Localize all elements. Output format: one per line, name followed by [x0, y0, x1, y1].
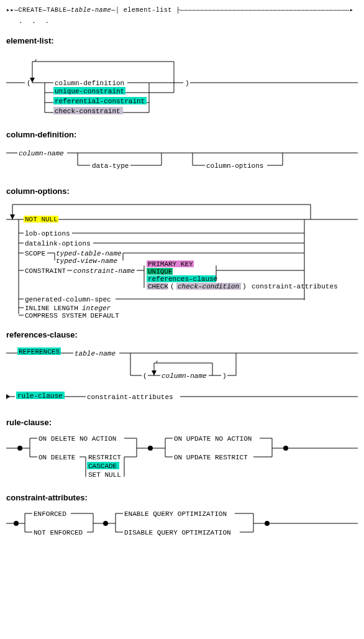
- svg-marker-93: [6, 394, 10, 399]
- svg-text:referential-constraint: referential-constraint: [55, 98, 145, 105]
- diagram-column-definition: column-name data-type column-options: [6, 144, 358, 175]
- svg-text:PRIMARY KEY: PRIMARY KEY: [148, 260, 193, 268]
- svg-text:COMPRESS SYSTEM DEFAULT: COMPRESS SYSTEM DEFAULT: [25, 312, 119, 319]
- svg-text:column-options: column-options: [206, 162, 263, 170]
- svg-marker-31: [10, 214, 15, 219]
- section-rule-clause: rule-clause:: [6, 418, 358, 427]
- section-references-clause: references-clause:: [6, 330, 358, 339]
- svg-text:): ): [185, 80, 189, 87]
- svg-text:data-type: data-type: [92, 162, 129, 170]
- svg-text:ON DELETE: ON DELETE: [39, 454, 76, 461]
- svg-text:): ): [222, 372, 227, 380]
- svg-text:constraint-attributes: constraint-attributes: [87, 393, 173, 401]
- svg-point-111: [148, 446, 153, 451]
- svg-text:integer: integer: [82, 305, 111, 312]
- svg-text:typed-table-name: typed-table-name: [56, 250, 122, 257]
- svg-text:NOT ENFORCED: NOT ENFORCED: [34, 529, 83, 536]
- svg-text:,: ,: [34, 55, 39, 62]
- diagram-column-options: NOT NULL lob-options datalink-options SC…: [6, 201, 358, 319]
- section-column-definition: column-definition:: [6, 130, 358, 139]
- svg-text:(: (: [143, 372, 147, 380]
- svg-marker-87: [152, 370, 157, 375]
- svg-point-116: [283, 446, 288, 451]
- svg-text:SET NULL: SET NULL: [88, 471, 121, 479]
- svg-text:constraint-attributes: constraint-attributes: [252, 283, 338, 290]
- svg-text:DISABLE QUERY OPTIMIZATION: DISABLE QUERY OPTIMIZATION: [124, 529, 231, 536]
- svg-text:(: (: [27, 80, 31, 87]
- svg-text:rule-clause: rule-clause: [17, 392, 63, 400]
- diagram-references-clause-1: REFERENCES table-name ( , column-name ): [6, 344, 358, 388]
- svg-text:CASCADE: CASCADE: [88, 462, 117, 470]
- svg-point-123: [103, 521, 108, 526]
- svg-text:ON UPDATE NO ACTION: ON UPDATE NO ACTION: [174, 435, 252, 443]
- svg-text:REFERENCES: REFERENCES: [19, 348, 60, 356]
- section-element-list: element-list:: [6, 36, 358, 45]
- svg-text:column-name: column-name: [19, 150, 64, 157]
- svg-point-100: [17, 446, 22, 451]
- svg-text:column-name: column-name: [162, 372, 207, 380]
- svg-text:references-clause: references-clause: [148, 275, 217, 283]
- svg-text:generated-column-spec: generated-column-spec: [25, 296, 111, 303]
- diagram-references-clause-2: rule-clause constraint-attributes: [6, 388, 358, 407]
- svg-text:ON DELETE NO ACTION: ON DELETE NO ACTION: [39, 435, 116, 443]
- svg-text:check-constraint: check-constraint: [55, 108, 121, 115]
- svg-text:,: ,: [155, 356, 160, 364]
- svg-text:constraint-name: constraint-name: [73, 267, 135, 275]
- svg-text:CHECK: CHECK: [148, 283, 168, 290]
- svg-text:NOT NULL: NOT NULL: [25, 216, 58, 223]
- svg-text:CONSTRAINT: CONSTRAINT: [25, 267, 66, 275]
- svg-point-119: [14, 521, 19, 526]
- svg-text:UNIQUE: UNIQUE: [148, 268, 173, 275]
- svg-text:SCOPE: SCOPE: [25, 250, 45, 257]
- svg-text:column-definition: column-definition: [55, 80, 124, 87]
- syntax-header: ▸▸—CREATE—TABLE—table-name—│ element-lis…: [6, 6, 358, 14]
- svg-point-127: [265, 521, 270, 526]
- svg-text:INLINE LENGTH: INLINE LENGTH: [25, 305, 78, 312]
- svg-text:check-condition: check-condition: [178, 283, 239, 290]
- svg-text:ON UPDATE RESTRICT: ON UPDATE RESTRICT: [174, 454, 248, 461]
- svg-text:ENFORCED: ENFORCED: [34, 510, 66, 518]
- section-constraint-attributes: constraint-attributes:: [6, 493, 358, 502]
- svg-text:table-name: table-name: [75, 350, 116, 357]
- diagram-rule-clause: ON DELETE NO ACTION ON DELETE RESTRICT C…: [6, 432, 358, 482]
- svg-text:unique-constraint: unique-constraint: [55, 88, 124, 95]
- diagram-constraint-attributes: ENFORCED NOT ENFORCED ENABLE QUERY OPTIM…: [6, 507, 358, 538]
- section-column-options: column-options:: [6, 186, 358, 196]
- svg-text:(: (: [170, 283, 175, 290]
- svg-text:RESTRICT: RESTRICT: [88, 454, 121, 461]
- svg-text:datalink-options: datalink-options: [25, 240, 91, 247]
- diagram-element-list: ( , column-definition unique-constraint …: [6, 50, 358, 119]
- svg-text:typed-view-name: typed-view-name: [56, 257, 117, 265]
- ellipsis: . . .: [19, 17, 358, 25]
- svg-text:lob-options: lob-options: [25, 230, 70, 237]
- svg-text:): ): [242, 283, 247, 290]
- svg-text:ENABLE QUERY OPTIMIZATION: ENABLE QUERY OPTIMIZATION: [124, 510, 227, 518]
